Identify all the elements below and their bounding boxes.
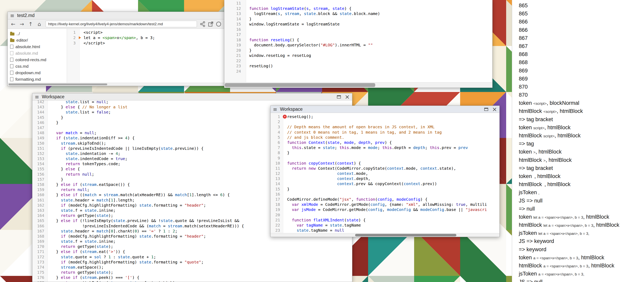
- maximize-icon[interactable]: [484, 108, 488, 111]
- code-line[interactable]: 142 state.list = null;: [32, 100, 352, 104]
- code-line[interactable]: 174 stream.eatSpace();: [32, 265, 352, 270]
- browser-titlebar[interactable]: ≡ test2.md: [8, 12, 226, 19]
- code-line[interactable]: 19 document.body.querySelector("#LOG").i…: [224, 42, 492, 48]
- code-line[interactable]: 19 var jsMode = CodeMirror.getMode(confi…: [270, 207, 500, 212]
- code-line[interactable]: 12function logStreamState(s, stream, sta…: [224, 6, 492, 11]
- line-number: 176: [32, 275, 46, 280]
- code-line[interactable]: 171 } else if (stream.eat('>')) {: [32, 249, 352, 254]
- line-number: 160: [32, 192, 46, 197]
- file-item[interactable]: formatting.md: [10, 76, 67, 82]
- back-button[interactable]: ←: [10, 20, 17, 28]
- code-line[interactable]: 5// and js block comment.: [270, 135, 500, 140]
- line-number: 16: [224, 27, 244, 32]
- code-line[interactable]: 1×resetLog();: [270, 114, 500, 119]
- file-item[interactable]: dropdown.md: [10, 69, 67, 76]
- close-icon[interactable]: ×: [492, 106, 497, 112]
- code-line[interactable]: 15window.logStreamState = logStreamState: [224, 21, 492, 27]
- window-title: Workspace: [280, 107, 303, 112]
- history-icon[interactable]: [216, 21, 222, 27]
- file-item[interactable]: absolute.md: [10, 50, 67, 56]
- code-line[interactable]: 11 return new Context(CodeMirror.copySta…: [270, 166, 500, 171]
- code-line[interactable]: 13 logStream(s, stream, state.block && s…: [224, 11, 492, 16]
- scrollbar-thumb[interactable]: [8, 83, 107, 85]
- up-button[interactable]: ↑: [27, 20, 34, 28]
- file-item[interactable]: editor/: [10, 37, 67, 43]
- code-line[interactable]: 176 } else if (stream.peek() === '[') {: [32, 275, 352, 280]
- code-line[interactable]: 11: [224, 0, 492, 6]
- code-line[interactable]: 7 this.state = state; this.mode = mode; …: [270, 145, 500, 150]
- code-line[interactable]: 20: [270, 212, 500, 218]
- code-line[interactable]: 23 state.tagName = null: [270, 228, 500, 233]
- code-line[interactable]: 16: [270, 192, 500, 197]
- code-line[interactable]: 12 context.mode,: [270, 171, 500, 176]
- home-button[interactable]: ⌂: [36, 20, 43, 28]
- code-line[interactable]: 170 return getType(state);: [32, 244, 352, 249]
- code-line[interactable]: 6function Context(state, mode, depth, pr…: [270, 140, 500, 145]
- code-text: }: [282, 150, 290, 155]
- code-line[interactable]: 8}: [270, 150, 500, 155]
- code-line[interactable]: 18 var xmlMode = CodeMirror.getMode(conf…: [270, 202, 500, 207]
- file-item[interactable]: colored-rects.md: [10, 56, 67, 63]
- open-external-icon[interactable]: [208, 21, 214, 27]
- menu-icon[interactable]: ≡: [273, 107, 277, 112]
- code-line[interactable]: 177 return switchInline(stream, state, f…: [32, 280, 352, 282]
- file-item[interactable]: ../: [10, 30, 67, 37]
- menu-icon[interactable]: ≡: [10, 13, 14, 18]
- code-line[interactable]: 21window.resetLog = resetLog: [224, 53, 492, 58]
- code-line[interactable]: 17CodeMirror.defineMode("jsx", function(…: [270, 197, 500, 202]
- file-item[interactable]: absolute.html: [10, 43, 67, 50]
- code-text: } else if (!lineIsEmpty(state.prevLine) …: [46, 218, 239, 223]
- code-line[interactable]: 17: [224, 32, 492, 37]
- code-text: return null;: [46, 187, 90, 192]
- horizontal-scrollbar[interactable]: [270, 233, 500, 237]
- code-line[interactable]: 16: [224, 27, 492, 32]
- code-line[interactable]: 21 function flatXMLIndent(state) {: [270, 218, 500, 223]
- code-line[interactable]: 1<script>: [67, 30, 226, 35]
- horizontal-scrollbar[interactable]: [224, 82, 492, 88]
- code-line[interactable]: 14}: [224, 16, 492, 22]
- code-line[interactable]: 2: [270, 119, 500, 124]
- window-titlebar[interactable]: ≡ Workspace ×: [270, 106, 500, 113]
- maximize-icon[interactable]: [337, 95, 341, 98]
- code-line[interactable]: 24: [224, 69, 492, 74]
- code-line[interactable]: 173 if (modeCfg.highlightFormatting) sta…: [32, 260, 352, 265]
- log-line: => null: [519, 205, 644, 213]
- code-line[interactable]: 23resetLog(): [224, 63, 492, 69]
- graph-icon[interactable]: [200, 21, 206, 27]
- url-input[interactable]: [46, 21, 197, 27]
- log-line: 870: [519, 91, 644, 99]
- file-icon: [10, 77, 14, 81]
- code-text: state.list = false;: [46, 109, 111, 115]
- scrollbar-thumb[interactable]: [225, 83, 375, 87]
- code-line[interactable]: 169 state.f = state.inline;: [32, 239, 352, 244]
- log-line: JS => keyword: [519, 237, 644, 245]
- code-line[interactable]: 172 state.quote = sol ? 1 : state.quote …: [32, 254, 352, 260]
- menu-icon[interactable]: ≡: [35, 94, 39, 99]
- code-line[interactable]: 175 return getType(state);: [32, 270, 352, 275]
- code-line[interactable]: 13 context.depth,: [270, 176, 500, 181]
- code-line[interactable]: 3</script>: [67, 40, 226, 46]
- window-titlebar[interactable]: ≡ Workspace ×: [32, 93, 352, 100]
- code-line[interactable]: 2let a = <span>x</span>, b = 3;: [67, 35, 226, 40]
- scrollbar-thumb[interactable]: [355, 234, 456, 236]
- code-line[interactable]: 10function copyContext(context) {: [270, 161, 500, 166]
- forward-button[interactable]: →: [18, 20, 26, 28]
- code-line[interactable]: 9: [270, 156, 500, 161]
- code-line[interactable]: 14 context.prev && copyContext(context.p…: [270, 181, 500, 186]
- close-icon[interactable]: ×: [345, 94, 350, 100]
- horizontal-scrollbar[interactable]: [8, 83, 226, 86]
- log-panel[interactable]: 865865866866867867868868869869870870toke…: [512, 0, 644, 282]
- line-number: 12: [224, 6, 244, 11]
- line-number: 11: [270, 166, 282, 171]
- code-line[interactable]: 18function resetLog() {: [224, 37, 492, 43]
- code-line[interactable]: 4// context 0 means not in tag, 1 means …: [270, 130, 500, 135]
- code-line[interactable]: 15}: [270, 187, 500, 192]
- code-line[interactable]: 20}: [224, 48, 492, 53]
- code-line[interactable]: 22: [224, 58, 492, 63]
- line-number: 168: [32, 234, 46, 239]
- code-line[interactable]: 22 var tagName = state.tagName: [270, 223, 500, 228]
- line-number: 18: [270, 202, 282, 207]
- code-line[interactable]: 3// Depth means the amount of open brace…: [270, 124, 500, 129]
- file-item[interactable]: css.md: [10, 63, 67, 69]
- line-number: 21: [270, 218, 282, 223]
